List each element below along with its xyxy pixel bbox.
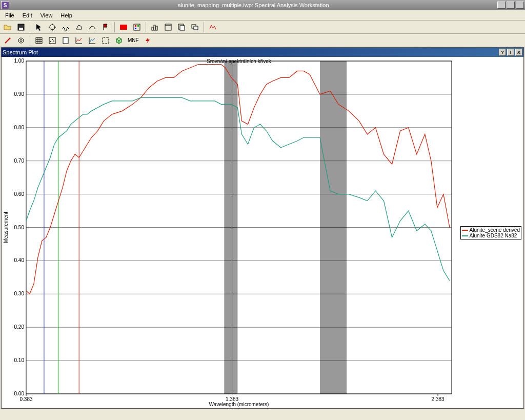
svg-point-17 (9, 37, 11, 39)
mnf-label[interactable]: MNF (127, 37, 140, 43)
curve-icon[interactable] (87, 22, 98, 33)
close-button[interactable] (516, 2, 524, 9)
window-icon[interactable] (163, 22, 174, 33)
svg-text:0.20: 0.20 (14, 324, 25, 330)
status-bar (0, 409, 525, 420)
window-controls (497, 2, 524, 9)
wand-icon[interactable] (2, 35, 13, 46)
minimize-button[interactable] (497, 2, 506, 9)
target-icon[interactable] (15, 35, 27, 46)
svg-text:0.30: 0.30 (14, 291, 25, 296)
blank-doc-icon[interactable] (60, 35, 71, 46)
svg-rect-20 (49, 37, 55, 44)
main-titlebar: S alunite_mapping_multiple.iwp: Spectral… (0, 0, 525, 10)
select-icon[interactable] (100, 35, 111, 46)
svg-text:Wavelength (micrometers): Wavelength (micrometers) (209, 402, 269, 407)
red-swatch-icon[interactable] (118, 22, 129, 33)
svg-text:0.40: 0.40 (14, 257, 25, 263)
svg-rect-16 (194, 26, 198, 30)
spectrum-plot-titlebar[interactable]: Spectrum Plot ? I X (2, 48, 523, 57)
maximize-button[interactable] (507, 2, 515, 9)
svg-point-19 (20, 39, 22, 42)
svg-text:Srovnání spektrálních křivek: Srovnání spektrálních křivek (207, 58, 272, 64)
legend-row-1: Alunite_scene derived (462, 227, 520, 233)
scatter-icon[interactable] (47, 35, 58, 46)
crosshair-icon[interactable] (47, 22, 58, 33)
svg-rect-11 (165, 24, 171, 30)
svg-text:0.383: 0.383 (19, 396, 32, 402)
svg-text:2.383: 2.383 (432, 396, 445, 402)
palette-icon[interactable] (131, 22, 143, 33)
spectrum-plot-window: Spectrum Plot ? I X 0.000.100.200.300.40… (1, 47, 524, 409)
bar-chart-icon[interactable] (149, 22, 160, 33)
svg-rect-3 (120, 25, 127, 30)
svg-point-23 (53, 41, 54, 42)
svg-rect-9 (154, 25, 155, 30)
window-title: alunite_mapping_multiple.iwp: Spectral A… (9, 2, 497, 8)
svg-text:0.80: 0.80 (14, 125, 25, 130)
svg-text:0.70: 0.70 (14, 158, 25, 164)
cascade-icon[interactable] (189, 22, 200, 33)
legend-swatch-1 (462, 230, 468, 231)
legend-label-1: Alunite_scene derived (470, 227, 520, 233)
menu-bar: File Edit View Help (0, 10, 525, 21)
save-icon[interactable] (15, 22, 27, 33)
legend: Alunite_scene derived Alunite GDS82 Na82 (460, 226, 521, 239)
svg-text:1.00: 1.00 (14, 58, 25, 64)
plot-area[interactable]: 0.000.100.200.300.400.500.600.700.800.90… (2, 57, 523, 408)
window2-icon[interactable] (176, 22, 187, 33)
cube-icon[interactable] (113, 35, 125, 46)
pointer-icon[interactable] (33, 22, 45, 33)
bolt-icon[interactable] (142, 35, 153, 46)
menu-edit[interactable]: Edit (18, 11, 36, 19)
polygon-icon[interactable] (73, 22, 85, 33)
svg-rect-1 (19, 28, 23, 30)
line-chart-icon[interactable] (73, 35, 85, 46)
spectrum-red-icon[interactable] (207, 22, 218, 33)
sub-minimize-button[interactable]: I (507, 49, 514, 56)
app-icon: S (1, 1, 9, 9)
svg-text:Measurement: Measurement (3, 212, 9, 243)
toolbar-secondary: MNF (0, 34, 525, 47)
svg-point-18 (18, 38, 24, 43)
legend-label-2: Alunite GDS82 Na82 (470, 233, 517, 238)
menu-view[interactable]: View (36, 11, 57, 19)
svg-point-2 (50, 25, 55, 30)
svg-text:0.00: 0.00 (14, 391, 25, 396)
flag-icon[interactable] (100, 22, 111, 33)
svg-rect-4 (134, 24, 140, 30)
svg-text:0.90: 0.90 (14, 91, 25, 97)
svg-point-21 (50, 41, 51, 42)
spectrum-chart[interactable]: 0.000.100.200.300.400.500.600.700.800.90… (2, 57, 523, 408)
svg-text:0.60: 0.60 (14, 191, 25, 197)
svg-rect-25 (103, 37, 109, 44)
legend-row-2: Alunite GDS82 Na82 (462, 233, 520, 238)
svg-text:0.50: 0.50 (14, 225, 25, 230)
svg-rect-7 (135, 28, 136, 29)
open-icon[interactable] (2, 22, 13, 33)
svg-rect-24 (63, 37, 68, 44)
spectrum-plot-title: Spectrum Plot (3, 49, 38, 55)
svg-rect-8 (152, 27, 153, 30)
menu-file[interactable]: File (1, 11, 18, 19)
sub-help-button[interactable]: ? (499, 49, 506, 56)
menu-help[interactable]: Help (56, 11, 76, 19)
toolbar-main (0, 21, 525, 34)
svg-rect-14 (180, 26, 185, 30)
legend-swatch-2 (462, 235, 468, 236)
svg-text:0.10: 0.10 (14, 357, 25, 363)
svg-rect-10 (156, 26, 157, 30)
sub-close-button[interactable]: X (515, 49, 522, 56)
spectrum-icon[interactable] (60, 22, 71, 33)
svg-point-22 (52, 39, 53, 40)
line-chart2-icon[interactable] (87, 35, 98, 46)
grid-icon[interactable] (33, 35, 45, 46)
svg-rect-5 (135, 25, 136, 27)
svg-rect-6 (137, 25, 139, 27)
